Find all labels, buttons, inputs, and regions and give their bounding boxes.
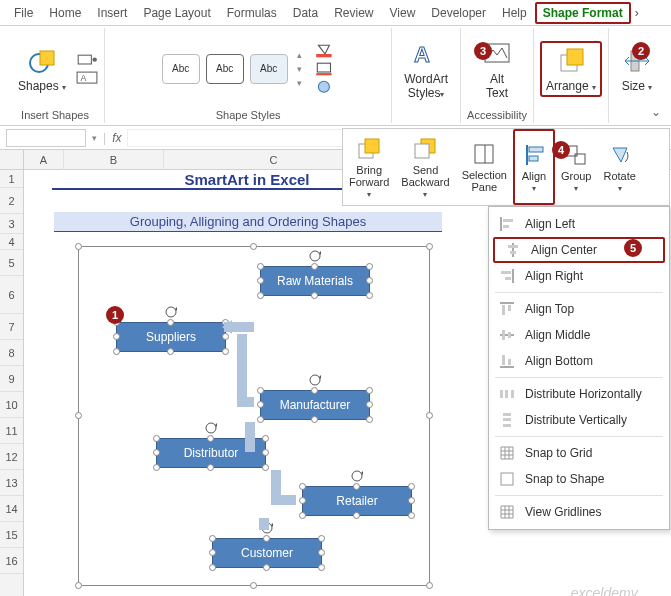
- svg-point-9: [318, 81, 329, 92]
- row-header-10[interactable]: 10: [0, 392, 23, 418]
- distribute-v-label: Distribute Vertically: [525, 413, 627, 427]
- alt-text-label: Alt Text: [486, 72, 508, 100]
- tab-developer[interactable]: Developer: [423, 2, 494, 24]
- styles-more-icon[interactable]: ▾: [297, 78, 302, 88]
- shape-fill-icon[interactable]: [314, 44, 336, 58]
- edit-shape-icon[interactable]: [76, 53, 98, 67]
- group-label-blank1: [425, 109, 428, 123]
- wordart-button[interactable]: A WordArt Styles▾: [398, 36, 454, 102]
- tab-home[interactable]: Home: [41, 2, 89, 24]
- row-header-8[interactable]: 8: [0, 340, 23, 366]
- shape-manufacturer[interactable]: Manufacturer: [260, 390, 370, 420]
- align-top-item[interactable]: Align Top: [489, 296, 669, 322]
- row-header-5[interactable]: 5: [0, 250, 23, 276]
- svg-point-53: [166, 307, 176, 317]
- snap-shape-item[interactable]: Snap to Shape: [489, 466, 669, 492]
- distribute-h-icon: [499, 386, 515, 402]
- style-preset-1[interactable]: Abc: [162, 54, 200, 84]
- tab-view[interactable]: View: [382, 2, 424, 24]
- rotate-label: Rotate: [603, 170, 635, 182]
- distribute-h-item[interactable]: Distribute Horizontally: [489, 381, 669, 407]
- menu-separator: [495, 377, 663, 378]
- svg-rect-23: [529, 147, 543, 152]
- styles-up-icon[interactable]: ▴: [297, 50, 302, 60]
- snap-grid-item[interactable]: Snap to Grid: [489, 440, 669, 466]
- ribbon-expand-icon[interactable]: ⌄: [651, 105, 661, 119]
- row-header-11[interactable]: 11: [0, 418, 23, 444]
- arrange-button[interactable]: Arrange ▾: [540, 41, 602, 97]
- row-header-9[interactable]: 9: [0, 366, 23, 392]
- send-backward-button[interactable]: Send Backward ▾: [395, 129, 455, 205]
- svg-rect-13: [567, 49, 583, 65]
- distribute-v-item[interactable]: Distribute Vertically: [489, 407, 669, 433]
- selection-pane-button[interactable]: Selection Pane: [456, 129, 513, 205]
- row-header-3[interactable]: 3: [0, 214, 23, 234]
- snap-shape-label: Snap to Shape: [525, 472, 604, 486]
- row-header-2[interactable]: 2: [0, 188, 23, 214]
- caret-icon: ▾: [440, 90, 444, 99]
- textbox-icon[interactable]: A: [76, 71, 98, 85]
- row-header-7[interactable]: 7: [0, 314, 23, 340]
- shape-customer[interactable]: Customer: [212, 538, 322, 568]
- name-box[interactable]: [6, 129, 86, 147]
- row-header-13[interactable]: 13: [0, 470, 23, 496]
- tab-shape-format[interactable]: Shape Format: [535, 2, 631, 24]
- row-header-12[interactable]: 12: [0, 444, 23, 470]
- view-gridlines-item[interactable]: View Gridlines: [489, 499, 669, 525]
- align-right-item[interactable]: Align Right: [489, 263, 669, 289]
- shape-distributor[interactable]: Distributor: [156, 438, 266, 468]
- style-preset-3[interactable]: Abc: [250, 54, 288, 84]
- align-bottom-item[interactable]: Align Bottom: [489, 348, 669, 374]
- snap-grid-icon: [499, 445, 515, 461]
- shape-raw-materials[interactable]: Raw Materials: [260, 266, 370, 296]
- shapes-label: Shapes: [18, 79, 59, 93]
- align-icon: [521, 142, 547, 168]
- row-header-15[interactable]: 15: [0, 522, 23, 548]
- tab-page-layout[interactable]: Page Layout: [135, 2, 218, 24]
- tab-help[interactable]: Help: [494, 2, 535, 24]
- row-header-6[interactable]: 6: [0, 276, 23, 314]
- rotate-handle-icon[interactable]: [164, 305, 178, 319]
- svg-rect-41: [508, 332, 511, 338]
- row-header-16[interactable]: 16: [0, 548, 23, 574]
- rotate-handle-icon[interactable]: [204, 421, 218, 435]
- tab-overflow-icon[interactable]: ›: [635, 6, 639, 20]
- select-all-corner[interactable]: [0, 150, 24, 170]
- style-preset-2[interactable]: Abc: [206, 54, 244, 84]
- rotate-handle-icon[interactable]: [308, 249, 322, 263]
- rotate-handle-icon[interactable]: [308, 373, 322, 387]
- tab-file[interactable]: File: [6, 2, 41, 24]
- rotate-handle-icon[interactable]: [350, 469, 364, 483]
- tab-data[interactable]: Data: [285, 2, 326, 24]
- badge-4: 4: [552, 141, 570, 159]
- caret-icon: ▾: [62, 83, 66, 92]
- col-header-a[interactable]: A: [24, 150, 64, 170]
- row-header-14[interactable]: 14: [0, 496, 23, 522]
- watermark: exceldemy EXCEL · DATA · BI ·: [571, 585, 661, 596]
- fx-label[interactable]: fx: [112, 131, 121, 145]
- svg-rect-17: [365, 139, 379, 153]
- group-selection-frame[interactable]: [78, 246, 430, 586]
- shape-outline-icon[interactable]: [314, 62, 336, 76]
- tab-formulas[interactable]: Formulas: [219, 2, 285, 24]
- align-left-item[interactable]: Align Left: [489, 211, 669, 237]
- tab-review[interactable]: Review: [326, 2, 381, 24]
- group-label-blank2: [569, 109, 572, 123]
- rotate-button[interactable]: Rotate ▾: [597, 129, 641, 205]
- name-box-caret-icon[interactable]: ▾: [92, 133, 97, 143]
- shape-suppliers[interactable]: Suppliers: [116, 322, 226, 352]
- align-left-icon: [499, 216, 515, 232]
- row-header-1[interactable]: 1: [0, 170, 23, 188]
- svg-point-52: [310, 251, 320, 261]
- col-header-b[interactable]: B: [64, 150, 164, 170]
- align-middle-item[interactable]: Align Middle: [489, 322, 669, 348]
- align-button[interactable]: Align ▾: [513, 129, 555, 205]
- styles-down-icon[interactable]: ▾: [297, 64, 302, 74]
- shapes-gallery-button[interactable]: Shapes ▾: [12, 43, 72, 95]
- rotate-handle-icon[interactable]: [260, 521, 274, 535]
- tab-insert[interactable]: Insert: [89, 2, 135, 24]
- shape-effects-icon[interactable]: [314, 80, 336, 94]
- shape-retailer[interactable]: Retailer: [302, 486, 412, 516]
- bring-forward-button[interactable]: Bring Forward ▾: [343, 129, 395, 205]
- row-header-4[interactable]: 4: [0, 234, 23, 250]
